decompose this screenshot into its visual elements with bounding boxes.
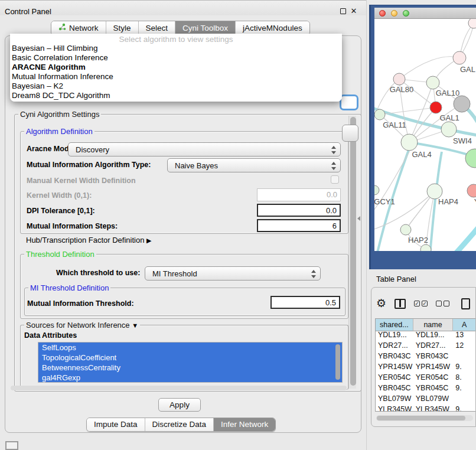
tab-label: Impute Data xyxy=(94,420,138,429)
node-gal1[interactable] xyxy=(430,102,442,113)
checked-pair-icon[interactable]: ✓✓ xyxy=(414,301,428,306)
node-label-gcy1: GCY1 xyxy=(374,197,395,206)
table-cell: YER054C xyxy=(376,372,413,383)
dpi-tolerance-label: DPI Tolerance [0,1]: xyxy=(27,207,95,215)
table-cell: YBR043C xyxy=(376,351,413,361)
minimize-window-icon[interactable] xyxy=(391,10,397,17)
threshold-definition-group: Threshold Definition Which threshold to … xyxy=(20,254,348,319)
node-label-swi4: SWI4 xyxy=(453,136,472,145)
table-row[interactable]: YDR27...YDR27...12 xyxy=(376,340,476,351)
node-swi4[interactable] xyxy=(441,122,457,137)
settings-scrollbar-thumb[interactable] xyxy=(350,117,356,386)
data-attributes-label: Data Attributes xyxy=(24,331,77,340)
sources-group-title[interactable]: Sources for Network Inference ▼ xyxy=(24,321,140,330)
network-window-titlebar[interactable] xyxy=(374,8,476,19)
algorithm-dropdown-items: Bayesian – Hill ClimbingBasic Correlatio… xyxy=(10,44,342,100)
node-y[interactable] xyxy=(467,184,476,197)
columns-icon[interactable] xyxy=(395,299,406,309)
table-cell: YBR045C xyxy=(376,383,413,393)
aracne-mode-select[interactable]: Discovery xyxy=(68,142,341,156)
table-cell: 12 xyxy=(453,340,476,351)
attribute-item[interactable]: gal4RGexp xyxy=(38,373,342,383)
node-gcy1[interactable] xyxy=(374,185,379,195)
threshold-definition-title: Threshold Definition xyxy=(24,250,96,259)
document-icon[interactable] xyxy=(461,298,470,309)
tab-jactivemnodules[interactable]: jActiveMNodules xyxy=(236,21,309,35)
unchecked-pair-icon[interactable] xyxy=(436,301,449,306)
table-row[interactable]: YDL19...YDL19...13 xyxy=(376,330,476,340)
float-panel-icon[interactable] xyxy=(340,8,346,14)
minimized-panel-icon[interactable] xyxy=(5,441,18,450)
node-attribute-table[interactable]: shared...nameA YDL19...YDL19...13YDR27..… xyxy=(375,318,476,412)
table-header-row[interactable]: shared...nameA xyxy=(376,319,476,330)
tab-cyni-toolbox[interactable]: Cyni Toolbox xyxy=(175,21,236,35)
network-canvas[interactable]: GALGAL80GAL10GAL1SWI4GAL11GAL4GCY1HAP4YH… xyxy=(374,19,476,251)
table-hscrollbar-thumb[interactable] xyxy=(377,416,465,420)
node-gal10[interactable] xyxy=(426,76,439,89)
attr-list-scrollbar[interactable] xyxy=(335,344,340,380)
node[interactable] xyxy=(465,149,476,168)
algorithm-definition-group: Algorithm Definition Aracne Mode: Discov… xyxy=(20,131,348,234)
table-row[interactable]: YBL079WYBL079W xyxy=(376,393,476,404)
zoom-window-icon[interactable] xyxy=(403,10,409,17)
tab-impute-data[interactable]: Impute Data xyxy=(87,418,145,431)
manual-kernel-checkbox[interactable] xyxy=(331,175,339,184)
which-threshold-select[interactable]: MI Threshold xyxy=(145,266,321,281)
dpi-tolerance-field[interactable]: 0.0 xyxy=(257,204,341,217)
node-gal4[interactable] xyxy=(401,134,418,151)
table-cell: 9. xyxy=(453,383,476,393)
algorithm-option[interactable]: Bayesian – K2 xyxy=(10,81,342,91)
table-cell: YLR345W xyxy=(376,404,413,412)
algorithm-option[interactable]: Basic Correlation Inference xyxy=(10,53,342,63)
table-cell xyxy=(453,351,476,361)
kernel-width-field[interactable]: 0.0 xyxy=(257,188,341,201)
algorithm-option[interactable]: ARACNE Algorithm xyxy=(10,63,342,72)
close-window-icon[interactable] xyxy=(379,10,386,17)
tab-style[interactable]: Style xyxy=(106,21,139,35)
mi-threshold-field[interactable]: 0.5 xyxy=(270,296,340,309)
node-gal80[interactable] xyxy=(393,73,405,85)
divider-collapse-handle[interactable] xyxy=(357,216,360,221)
tab-infer-network[interactable]: Infer Network xyxy=(214,418,275,431)
table-row[interactable]: YLR345WYLR345W9. xyxy=(376,404,476,412)
tab-network[interactable]: Network xyxy=(51,21,106,35)
attribute-item[interactable]: SelfLoops xyxy=(38,343,342,353)
table-cell: YDL19... xyxy=(376,330,413,340)
apply-button[interactable]: Apply xyxy=(158,398,201,412)
table-row[interactable]: YPR145WYPR145W9. xyxy=(376,361,476,372)
attribute-item[interactable]: TopologicalCoefficient xyxy=(38,353,342,363)
tab-discretize-data[interactable]: Discretize Data xyxy=(145,418,214,431)
settings-hscroll-strip[interactable] xyxy=(11,386,347,390)
table-hscrollbar[interactable] xyxy=(376,415,473,421)
control-panel-title: Control Panel xyxy=(5,7,51,16)
network-window[interactable]: GALGAL80GAL10GAL1SWI4GAL11GAL4GCY1HAP4YH… xyxy=(369,5,476,269)
algorithm-dropdown-popup: Select algorithm to view settings Bayesi… xyxy=(10,34,342,102)
algorithm-option[interactable]: Bayesian – Hill Climbing xyxy=(10,44,342,53)
algorithm-option[interactable]: Dream8 DC_TDC Algorithm xyxy=(10,91,342,100)
mi-steps-field[interactable]: 6 xyxy=(257,219,341,232)
node-gal11[interactable] xyxy=(374,109,385,120)
node-hap2[interactable] xyxy=(400,224,411,235)
settings-scrollbar[interactable] xyxy=(348,116,356,389)
table-row[interactable]: YBR043CYBR043C xyxy=(376,351,476,361)
node[interactable] xyxy=(420,244,431,251)
data-attributes-list[interactable]: SelfLoopsTopologicalCoefficientBetweenne… xyxy=(38,342,343,383)
gear-icon[interactable]: ⚙ xyxy=(376,298,386,309)
tab-label: jActiveMNodules xyxy=(243,24,302,32)
algorithm-option[interactable]: Mutual Information Inference xyxy=(10,72,342,81)
node-label-hap2: HAP2 xyxy=(408,236,428,244)
node-label-gal80: GAL80 xyxy=(390,85,413,94)
close-panel-icon[interactable]: ✕ xyxy=(350,8,357,15)
table-row[interactable]: YER054CYER054C8. xyxy=(376,372,476,383)
node[interactable] xyxy=(454,96,470,112)
tab-label: Style xyxy=(113,24,131,32)
attribute-item[interactable]: BetweennessCentrality xyxy=(38,363,342,373)
stepper-icon xyxy=(311,269,316,279)
node[interactable] xyxy=(468,19,476,28)
hub-definition-expander[interactable]: Hub/Transcription Factor Definition ▶ xyxy=(26,236,151,244)
tab-select[interactable]: Select xyxy=(139,21,176,35)
table-row[interactable]: YBR045CYBR045C9. xyxy=(376,383,476,393)
node-gal[interactable] xyxy=(453,51,466,64)
network-nodes[interactable]: GALGAL80GAL10GAL1SWI4GAL11GAL4GCY1HAP4YH… xyxy=(374,19,476,251)
mi-algorithm-type-select[interactable]: Naive Bayes xyxy=(167,158,341,172)
